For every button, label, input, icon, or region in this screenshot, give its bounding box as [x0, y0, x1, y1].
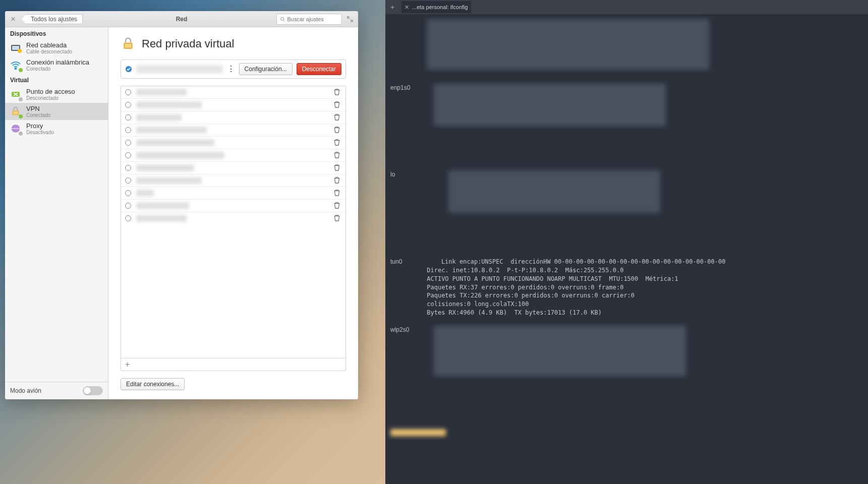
vpn-list-row[interactable]: [121, 111, 345, 124]
radio-button[interactable]: [125, 127, 131, 133]
sidebar-item-label: VPN: [26, 105, 50, 112]
vpn-list-row[interactable]: [121, 99, 345, 111]
sidebar-item-hotspot[interactable]: Punto de acceso Desconectado: [5, 86, 108, 103]
svg-line-1: [283, 20, 284, 21]
sidebar-item-status: Cable desconectado: [26, 49, 72, 54]
svg-point-4: [18, 49, 22, 53]
edit-connections-button[interactable]: Editar conexiones...: [121, 378, 185, 390]
vpn-name: [136, 114, 182, 121]
sidebar-item-vpn[interactable]: VPN Conectado: [5, 103, 108, 120]
radio-button[interactable]: [125, 140, 131, 146]
radio-button[interactable]: [125, 215, 131, 221]
vpn-list-row[interactable]: [121, 137, 345, 149]
vpn-panel: Red privada virtual ⋮ Configuración... D…: [108, 27, 358, 399]
radio-button[interactable]: [125, 114, 131, 120]
back-button[interactable]: Todos los ajustes: [25, 14, 83, 24]
connected-vpn-name: [136, 65, 223, 73]
trash-icon[interactable]: [333, 214, 341, 222]
new-tab-button[interactable]: +: [387, 3, 397, 11]
radio-button[interactable]: [125, 165, 131, 171]
radio-button[interactable]: [125, 102, 131, 108]
svg-point-5: [15, 68, 17, 70]
check-icon: [125, 66, 132, 73]
radio-button[interactable]: [125, 190, 131, 196]
window-title: Red: [176, 16, 188, 23]
radio-button[interactable]: [125, 203, 131, 209]
sidebar-item-status: Conectado: [26, 112, 50, 118]
settings-window: ✕ Todos los ajustes Red Dispositivos Red…: [5, 11, 358, 399]
airplane-mode-toggle[interactable]: [83, 386, 103, 395]
vpn-name: [136, 202, 189, 209]
trash-icon[interactable]: [333, 126, 341, 134]
search-field[interactable]: [276, 14, 342, 25]
lock-icon: [121, 36, 136, 51]
vpn-name: [136, 190, 154, 197]
vpn-list-row[interactable]: [121, 149, 345, 162]
trash-icon[interactable]: [333, 139, 341, 147]
globe-icon: [9, 122, 22, 135]
virtual-header: Virtual: [5, 74, 108, 86]
vpn-list-row[interactable]: [121, 162, 345, 174]
ethernet-icon: [9, 41, 22, 54]
sidebar-item-label: Conexión inalámbrica: [26, 58, 89, 66]
search-input[interactable]: [287, 16, 339, 22]
radio-button[interactable]: [125, 152, 131, 158]
trash-icon[interactable]: [333, 101, 341, 109]
sidebar-item-proxy[interactable]: Proxy Desactivado: [5, 120, 108, 137]
hotspot-icon: [9, 88, 22, 101]
trash-icon[interactable]: [333, 88, 341, 96]
vpn-name: [136, 164, 194, 171]
search-icon: [280, 16, 285, 22]
svg-point-6: [19, 68, 23, 72]
vpn-list: [121, 86, 346, 358]
sidebar-item-label: Proxy: [26, 122, 54, 130]
trash-icon[interactable]: [333, 189, 341, 197]
plus-icon[interactable]: +: [125, 360, 130, 369]
configure-button[interactable]: Configuración...: [239, 63, 293, 75]
trash-icon[interactable]: [333, 176, 341, 185]
vpn-name: [136, 152, 224, 159]
terminal-tab[interactable]: ✕ ...eta personal: ifconfig: [401, 1, 471, 13]
svg-point-11: [19, 114, 23, 118]
add-vpn-row[interactable]: +: [121, 358, 346, 371]
vpn-list-row[interactable]: [121, 86, 345, 99]
vpn-list-row[interactable]: [121, 124, 345, 137]
close-icon[interactable]: ✕: [9, 15, 17, 23]
svg-point-0: [281, 17, 284, 20]
trash-icon[interactable]: [333, 164, 341, 172]
wifi-icon: [9, 58, 22, 72]
airplane-mode-label: Modo avión: [10, 387, 41, 394]
vpn-name: [136, 89, 187, 96]
sidebar-item-label: Red cableada: [26, 41, 72, 49]
vpn-list-row[interactable]: [121, 187, 345, 200]
vpn-name: [136, 215, 187, 222]
terminal-output[interactable]: enp1s0 lo tun0 Link encap:UNSPEC direcci…: [385, 14, 868, 484]
trash-icon[interactable]: [333, 151, 341, 159]
sidebar-item-label: Punto de acceso: [26, 88, 75, 95]
vpn-name: [136, 127, 207, 134]
titlebar: ✕ Todos los ajustes Red: [5, 11, 358, 27]
vpn-list-row[interactable]: [121, 174, 345, 187]
kebab-menu-icon[interactable]: ⋮: [227, 67, 235, 72]
svg-rect-15: [125, 44, 132, 48]
maximize-icon[interactable]: [346, 15, 354, 23]
sidebar-item-status: Desconectado: [26, 95, 75, 101]
vpn-list-row[interactable]: [121, 212, 345, 224]
vpn-list-row[interactable]: [121, 200, 345, 212]
devices-header: Dispositivos: [5, 27, 108, 39]
radio-button[interactable]: [125, 177, 131, 184]
connected-vpn-row: ⋮ Configuración... Desconectar: [121, 59, 346, 79]
panel-title: Red privada virtual: [142, 37, 234, 50]
trash-icon[interactable]: [333, 202, 341, 210]
close-tab-icon[interactable]: ✕: [404, 4, 409, 11]
disconnect-button[interactable]: Desconectar: [297, 63, 341, 75]
radio-button[interactable]: [125, 89, 131, 95]
sidebar-item-wifi[interactable]: Conexión inalámbrica Conectado: [5, 56, 108, 74]
sidebar: Dispositivos Red cableada Cable desconec…: [5, 27, 108, 399]
vpn-name: [136, 101, 202, 108]
trash-icon[interactable]: [333, 113, 341, 122]
terminal-tab-title: ...eta personal: ifconfig: [412, 4, 468, 10]
terminal-window: + ✕ ...eta personal: ifconfig enp1s0 lo …: [385, 0, 868, 484]
svg-point-8: [19, 97, 23, 101]
sidebar-item-wired[interactable]: Red cableada Cable desconectado: [5, 39, 108, 56]
